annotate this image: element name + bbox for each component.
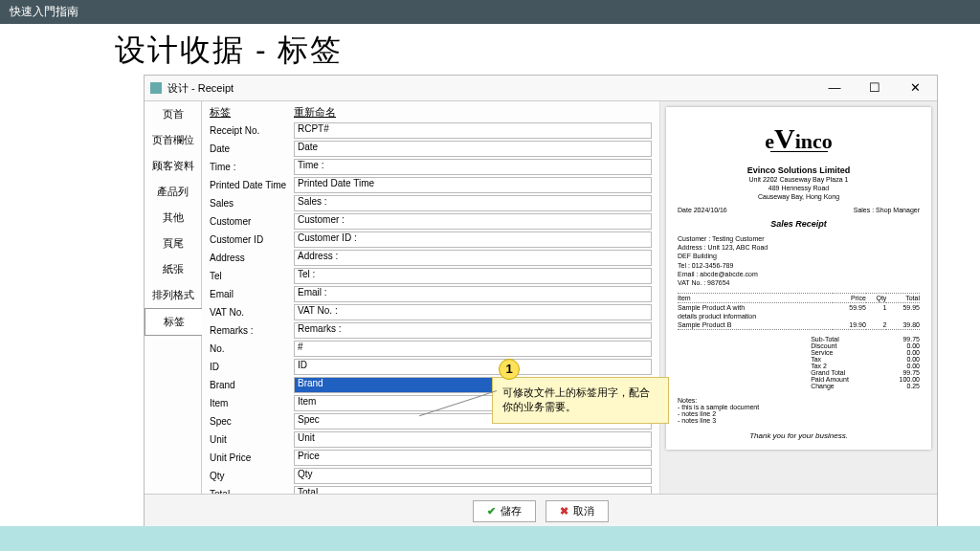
field-input[interactable]: RCPT# [294, 122, 652, 139]
field-label: Address [210, 253, 294, 263]
sidebar-tab[interactable]: 页首 [145, 101, 201, 127]
field-input[interactable]: Price [294, 450, 652, 466]
label-row: Remarks :Remarks : [210, 321, 652, 339]
label-row: AddressAddress : [210, 249, 652, 266]
annotation-callout: 1 可修改文件上的标签用字，配合你的业务需要。 [482, 364, 669, 424]
receipt-date: Date 2024/10/16 [678, 207, 727, 213]
window-title: 设计 - Receipt [167, 81, 818, 96]
field-label: Item [210, 398, 294, 408]
receipt-preview: eVinco Evinco Solutions Limited Unit 220… [666, 107, 931, 450]
field-label: Customer ID [210, 234, 294, 245]
field-input[interactable]: Customer : [294, 213, 652, 230]
field-input[interactable]: Time : [294, 159, 652, 175]
sidebar-tab[interactable]: 页首欄位 [145, 127, 201, 153]
field-input[interactable]: Qty [294, 468, 652, 484]
cust-line: Customer : Testing Customer [678, 234, 920, 243]
sidebar-tab[interactable]: 紙張 [145, 256, 201, 282]
footer-buttons: ✔ 儲存 ✖ 取消 [145, 494, 937, 528]
company-addr-2: 489 Hennessy Road [678, 184, 920, 192]
receipt-title: Sales Receipt [678, 219, 920, 229]
field-label: Customer [210, 216, 294, 227]
field-input[interactable]: Printed Date Time [294, 177, 652, 193]
items-table: ItemPriceQtyTotal Sample Product A with5… [678, 293, 920, 332]
cust-line: Address : Unit 123, ABC Road [678, 243, 920, 252]
field-label: Date [210, 143, 294, 154]
label-row: TelTel : [210, 267, 652, 284]
field-input[interactable]: Address : [294, 250, 652, 266]
save-label: 儲存 [501, 504, 522, 518]
cross-icon: ✖ [560, 505, 568, 518]
company-logo: eVinco [678, 122, 920, 156]
field-input[interactable]: Customer ID : [294, 231, 652, 248]
field-label: VAT No. [210, 307, 294, 318]
sidebar-tab[interactable]: 其他 [145, 205, 201, 231]
label-row: Time :Time : [210, 158, 652, 175]
label-row: UnitUnit [210, 430, 652, 448]
label-row: CustomerCustomer : [210, 212, 652, 230]
cust-line: Tel : 012-3456-789 [678, 261, 920, 270]
sidebar-tab[interactable]: 标签 [145, 308, 202, 336]
company-addr-1: Unit 2202 Causeway Bay Plaza 1 [678, 175, 920, 184]
guide-header-bar: 快速入門指南 [0, 0, 980, 24]
check-icon: ✔ [487, 505, 496, 518]
field-label: Brand [210, 380, 294, 390]
cancel-label: 取消 [573, 504, 594, 518]
receipt-preview-pane: eVinco Evinco Solutions Limited Unit 220… [659, 101, 937, 494]
guide-title: 快速入門指南 [10, 5, 78, 18]
callout-text: 可修改文件上的标签用字，配合你的业务需要。 [492, 377, 669, 424]
callout-number: 1 [499, 359, 520, 380]
label-row: No.# [210, 340, 652, 357]
field-label: Printed Date Time [210, 180, 294, 190]
cust-line: Email : abcde@abcde.com [678, 270, 920, 278]
field-input[interactable]: Tel : [294, 268, 652, 284]
field-input[interactable]: Email : [294, 286, 652, 302]
field-label: Tel [210, 271, 294, 281]
company-name: Evinco Solutions Limited [678, 165, 920, 175]
field-label: Unit [210, 434, 294, 445]
thanks-line: Thank you for your business. [678, 431, 920, 440]
notes-block: Notes: - this is a sample document - not… [678, 397, 920, 424]
field-label: Receipt No. [210, 125, 294, 136]
label-row: Unit PricePrice [210, 449, 652, 466]
label-row: Printed Date TimePrinted Date Time [210, 176, 652, 193]
label-row: DateDate [210, 140, 652, 157]
field-input[interactable]: Sales : [294, 195, 652, 211]
field-input[interactable]: Total [294, 486, 652, 495]
company-addr-3: Causeway Bay, Hong Kong [678, 192, 920, 201]
design-window: 设计 - Receipt — ☐ ✕ 页首页首欄位顾客资料產品列其他頁尾紙張排列… [144, 75, 938, 529]
field-input[interactable]: Date [294, 141, 652, 157]
window-titlebar: 设计 - Receipt — ☐ ✕ [145, 76, 937, 101]
label-row: EmailEmail : [210, 285, 652, 302]
field-input[interactable]: # [294, 341, 652, 357]
label-row: SalesSales : [210, 194, 652, 211]
cancel-button[interactable]: ✖ 取消 [546, 500, 609, 522]
field-label: Unit Price [210, 452, 294, 463]
sidebar-tab[interactable]: 顾客资料 [145, 153, 201, 179]
sidebar-tab[interactable]: 排列格式 [145, 282, 201, 308]
field-label: Spec [210, 416, 294, 427]
sidebar-tab[interactable]: 產品列 [145, 179, 201, 205]
cust-line: VAT No. : 987654 [678, 278, 920, 287]
field-label: Time : [210, 162, 294, 172]
label-form: 标签 重新命名 Receipt No.RCPT#DateDateTime :Ti… [202, 101, 659, 494]
maximize-button[interactable]: ☐ [858, 78, 891, 98]
sidebar-tab[interactable]: 頁尾 [145, 231, 201, 256]
label-row: QtyQty [210, 467, 652, 484]
label-row: Receipt No.RCPT# [210, 121, 652, 139]
close-button[interactable]: ✕ [899, 78, 931, 98]
save-button[interactable]: ✔ 儲存 [473, 500, 536, 522]
field-label: No. [210, 343, 294, 354]
field-label: Remarks : [210, 325, 294, 336]
field-label: Email [210, 289, 294, 299]
field-input[interactable]: VAT No. : [294, 304, 652, 320]
totals-block: Sub-Total99.75 Discount0.00 Service0.00 … [678, 336, 920, 389]
receipt-sales: Sales : Shop Manager [854, 207, 920, 213]
cust-line: DEF Building [678, 252, 920, 260]
field-label: ID [210, 362, 294, 372]
field-input[interactable]: Remarks : [294, 322, 652, 339]
minimize-button[interactable]: — [818, 78, 851, 98]
app-icon [150, 82, 162, 94]
sidebar: 页首页首欄位顾客资料產品列其他頁尾紙張排列格式标签 [145, 101, 202, 494]
field-input[interactable]: Unit [294, 431, 652, 448]
field-label: Qty [210, 471, 294, 481]
